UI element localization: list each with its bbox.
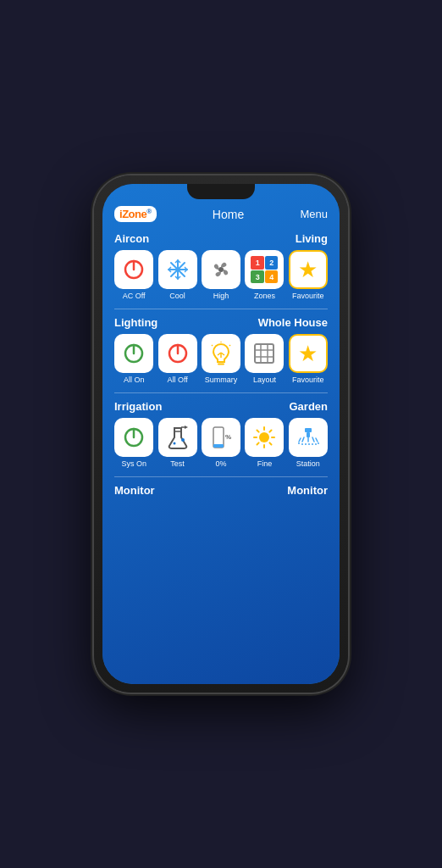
aircon-section: Aircon Living AC Off <box>102 229 340 305</box>
svg-line-51 <box>270 431 272 432</box>
lighting-icons-row: All On All Off <box>114 334 328 384</box>
sys-on-item[interactable]: Sys On <box>114 418 153 468</box>
lighting-favourite-label: Favourite <box>292 376 324 384</box>
lighting-sublabel: Whole House <box>258 316 328 329</box>
summary-item[interactable]: Summary <box>202 334 240 384</box>
svg-point-61 <box>301 443 303 445</box>
high-label: High <box>213 292 229 300</box>
zones-label: Zones <box>254 292 275 300</box>
notch <box>187 184 255 199</box>
percent-box[interactable]: % <box>202 418 240 457</box>
ac-off-box[interactable] <box>114 250 153 289</box>
fan-icon <box>209 258 233 281</box>
aircon-favourite-box[interactable]: ★ <box>289 250 328 289</box>
grid-layout-icon <box>253 342 275 364</box>
sys-on-box[interactable] <box>114 418 153 457</box>
all-off-label: All Off <box>167 376 187 384</box>
star-icon: ★ <box>298 259 318 281</box>
svg-line-55 <box>299 438 301 442</box>
zones-box[interactable]: 1 2 3 4 <box>245 250 284 289</box>
svg-point-65 <box>315 443 317 445</box>
station-item[interactable]: Station <box>289 418 328 468</box>
percent-bar-icon: % <box>210 426 232 449</box>
all-on-item[interactable]: All On <box>114 334 153 384</box>
app-header: iZone® Home Menu <box>102 201 340 229</box>
cool-box[interactable] <box>158 250 197 289</box>
beaker-icon <box>167 426 189 449</box>
aircon-icons-row: AC Off <box>114 250 328 300</box>
irrigation-label: Irrigation <box>114 400 162 413</box>
phone-frame: iZone® Home Menu Aircon Living <box>94 175 348 693</box>
all-off-box[interactable] <box>158 334 197 373</box>
zone-2: 2 <box>265 256 279 270</box>
logo-text: iZone® <box>119 208 152 220</box>
lighting-header: Lighting Whole House <box>114 316 328 329</box>
aircon-header: Aircon Living <box>114 232 328 245</box>
header-title: Home <box>213 208 244 221</box>
layout-box[interactable] <box>245 334 284 373</box>
high-item[interactable]: High <box>202 250 240 300</box>
sys-on-label: Sys On <box>121 459 146 468</box>
divider-2 <box>114 392 328 393</box>
svg-point-37 <box>181 438 185 442</box>
svg-line-58 <box>312 437 314 442</box>
sun-icon <box>252 426 276 449</box>
svg-point-66 <box>318 442 319 444</box>
svg-point-60 <box>298 442 300 444</box>
menu-button[interactable]: Menu <box>300 208 328 220</box>
svg-rect-54 <box>307 432 310 437</box>
irrigation-header: Irrigation Garden <box>114 400 328 413</box>
phone-screen: iZone® Home Menu Aircon Living <box>102 184 340 684</box>
all-off-item[interactable]: All Off <box>157 334 196 384</box>
svg-marker-40 <box>185 426 188 429</box>
test-box[interactable] <box>158 418 197 457</box>
irrigation-sublabel: Garden <box>289 400 328 413</box>
fine-item[interactable]: Fine <box>245 418 284 468</box>
fine-box[interactable] <box>245 418 284 457</box>
svg-point-64 <box>312 443 313 445</box>
svg-point-62 <box>305 443 307 445</box>
divider-3 <box>114 476 328 477</box>
zone-1: 1 <box>251 256 264 270</box>
ac-off-label: AC Off <box>123 292 146 300</box>
zones-item[interactable]: 1 2 3 4 Zones <box>245 250 284 300</box>
layout-label: Layout <box>253 376 276 384</box>
divider-1 <box>114 309 328 309</box>
snowflake-icon <box>166 258 190 281</box>
svg-point-44 <box>259 432 269 442</box>
cool-item[interactable]: Cool <box>157 250 196 300</box>
svg-point-63 <box>308 443 310 445</box>
svg-point-38 <box>173 442 175 445</box>
station-box[interactable] <box>289 418 328 457</box>
svg-point-6 <box>175 268 180 272</box>
svg-rect-28 <box>255 344 273 363</box>
ac-off-item[interactable]: AC Off <box>114 250 153 300</box>
monitor-label-left: Monitor <box>114 484 155 497</box>
power-off-red-icon <box>122 258 146 281</box>
monitor-header: Monitor Monitor <box>102 481 340 502</box>
svg-line-56 <box>302 437 304 442</box>
lighting-label: Lighting <box>114 316 157 329</box>
svg-line-52 <box>257 443 259 445</box>
lighting-section: Lighting Whole House All On <box>102 313 340 389</box>
zone-3: 3 <box>251 270 264 284</box>
aircon-favourite-label: Favourite <box>292 292 324 300</box>
layout-item[interactable]: Layout <box>245 334 284 384</box>
svg-rect-42 <box>213 444 224 448</box>
bulb-icon <box>210 342 232 365</box>
aircon-favourite-item[interactable]: ★ Favourite <box>289 250 328 300</box>
percent-item[interactable]: % 0% <box>202 418 240 468</box>
high-box[interactable] <box>202 250 240 289</box>
summary-box[interactable] <box>202 334 240 373</box>
sys-power-icon <box>122 426 146 449</box>
lighting-favourite-box[interactable]: ★ <box>289 334 328 373</box>
station-label: Station <box>296 459 320 468</box>
test-item[interactable]: Test <box>157 418 196 468</box>
svg-line-26 <box>212 345 213 346</box>
logo: iZone® <box>114 206 157 222</box>
monitor-label-right: Monitor <box>287 484 328 497</box>
all-on-box[interactable] <box>114 334 153 373</box>
lighting-favourite-item[interactable]: ★ Favourite <box>289 334 328 384</box>
summary-label: Summary <box>205 376 238 384</box>
aircon-label: Aircon <box>114 232 149 245</box>
